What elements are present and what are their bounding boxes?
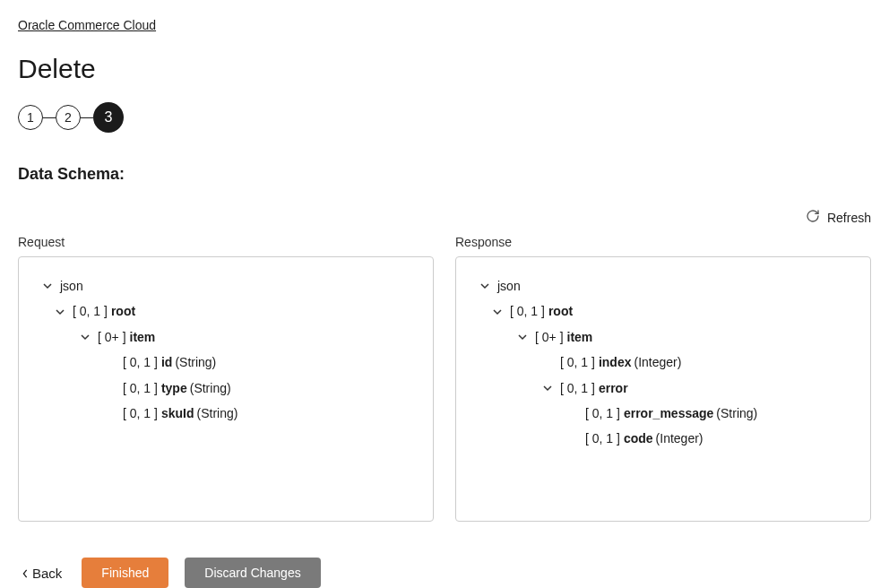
node-type: (Integer) (656, 428, 703, 448)
chevron-down-icon[interactable] (540, 381, 555, 395)
node-name: skuId (161, 403, 194, 423)
page-title: Delete (18, 54, 871, 84)
node-bracket: [ 0, 1 ] (560, 378, 595, 398)
step-2[interactable]: 2 (56, 105, 81, 130)
node-name: item (567, 327, 593, 347)
node-bracket: [ 0, 1 ] (510, 301, 545, 321)
refresh-label: Refresh (827, 211, 871, 225)
node-name: id (161, 352, 172, 372)
node-name: error (599, 378, 628, 398)
node-type: (String) (175, 352, 216, 372)
node-name: index (599, 352, 632, 372)
tree-leaf[interactable]: [ 0, 1 ] code (Integer) (565, 426, 861, 451)
tree-node-item[interactable]: [ 0+ ] item (515, 324, 861, 350)
response-column: Response json [ 0, 1 ] root (455, 235, 871, 522)
node-name: code (624, 428, 653, 448)
tree-node-json[interactable]: json (28, 273, 424, 298)
step-connector (81, 117, 93, 118)
section-title: Data Schema: (18, 165, 871, 184)
node-name: type (161, 378, 187, 398)
tree-node-root[interactable]: [ 0, 1 ] root (53, 298, 424, 324)
tree-node-error[interactable]: [ 0, 1 ] error (540, 376, 861, 401)
chevron-left-icon (22, 566, 29, 581)
tree-node-root[interactable]: [ 0, 1 ] root (490, 298, 861, 324)
node-type: (String) (190, 378, 231, 398)
node-type: (Integer) (634, 352, 682, 372)
node-bracket: [ 0+ ] (98, 327, 126, 347)
tree-leaf[interactable]: [ 0, 1 ] index (Integer) (540, 350, 861, 375)
chevron-down-icon[interactable] (478, 279, 492, 293)
finished-button[interactable]: Finished (82, 558, 168, 588)
chevron-down-icon[interactable] (40, 279, 55, 293)
node-name: error_message (624, 403, 713, 423)
tree-leaf[interactable]: [ 0, 1 ] type (String) (103, 376, 424, 401)
node-type: (String) (197, 403, 238, 423)
chevron-down-icon[interactable] (78, 330, 92, 344)
tree-label: json (497, 276, 521, 296)
request-header: Request (18, 235, 434, 249)
chevron-down-icon[interactable] (515, 330, 530, 344)
refresh-icon (806, 209, 820, 226)
node-bracket: [ 0, 1 ] (585, 428, 620, 448)
tree-label: json (60, 276, 83, 296)
node-type: (String) (716, 403, 757, 423)
tree-leaf[interactable]: [ 0, 1 ] skuId (String) (103, 401, 424, 426)
node-bracket: [ 0, 1 ] (73, 301, 108, 321)
tree-node-json[interactable]: json (465, 273, 861, 298)
node-name: item (130, 327, 156, 347)
chevron-down-icon[interactable] (53, 305, 67, 319)
response-header: Response (455, 235, 871, 249)
node-bracket: [ 0, 1 ] (123, 352, 158, 372)
back-label: Back (32, 566, 62, 581)
tree-node-item[interactable]: [ 0+ ] item (78, 324, 424, 350)
tree-leaf[interactable]: [ 0, 1 ] error_message (String) (565, 401, 861, 426)
step-3[interactable]: 3 (93, 102, 124, 133)
request-schema-box: json [ 0, 1 ] root [ 0+ ] (18, 256, 434, 522)
discard-button[interactable]: Discard Changes (185, 558, 320, 588)
node-bracket: [ 0, 1 ] (123, 403, 158, 423)
node-bracket: [ 0, 1 ] (585, 403, 620, 423)
node-bracket: [ 0+ ] (535, 327, 564, 347)
response-schema-box: json [ 0, 1 ] root [ 0+ ] (455, 256, 871, 522)
node-name: root (548, 301, 573, 321)
step-1[interactable]: 1 (18, 105, 43, 130)
request-column: Request json [ 0, 1 ] root (18, 235, 434, 522)
chevron-down-icon[interactable] (490, 305, 505, 319)
tree-leaf[interactable]: [ 0, 1 ] id (String) (103, 350, 424, 375)
stepper: 1 2 3 (18, 102, 871, 133)
node-bracket: [ 0, 1 ] (123, 378, 158, 398)
refresh-button[interactable]: Refresh (806, 209, 871, 226)
node-name: root (111, 301, 135, 321)
step-connector (43, 117, 56, 118)
footer-actions: Back Finished Discard Changes (18, 558, 871, 588)
breadcrumb-link[interactable]: Oracle Commerce Cloud (18, 18, 156, 32)
back-button[interactable]: Back (18, 558, 65, 588)
node-bracket: [ 0, 1 ] (560, 352, 595, 372)
